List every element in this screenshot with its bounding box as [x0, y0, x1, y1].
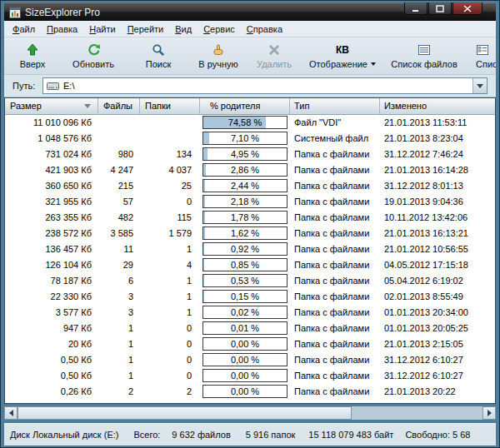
cell-folders: 4 037 [140, 162, 200, 178]
cell-folders [140, 131, 200, 147]
cell-percent: 1,62 % [200, 226, 290, 241]
scroll-right-button[interactable] [482, 406, 496, 420]
scroll-left-button[interactable] [4, 406, 18, 420]
manual-button[interactable]: В ручную [191, 39, 246, 72]
column-header-files[interactable]: Файлы [98, 98, 140, 115]
table-row[interactable]: 78 187 Кб610,53 %Папка с файлами05.04.20… [5, 273, 495, 289]
cell-files: 3 585 [98, 226, 140, 241]
table-row[interactable]: 1 048 576 Кб7,10 %Системный файл21.01.20… [5, 131, 495, 147]
close-button[interactable] [452, 2, 482, 15]
hand-icon [212, 43, 225, 57]
table-row[interactable]: 126 104 Кб2940,85 %Папка с файлами04.05.… [5, 257, 495, 273]
cell-type: Системный файл [290, 131, 380, 147]
cell-percent: 0,53 % [200, 273, 290, 289]
disk-label: Диск Локальный диск (E:) [10, 430, 118, 440]
maximize-icon [436, 5, 444, 12]
cell-folders: 0 [140, 368, 200, 384]
menu-bar: Файл Правка Найти Перейти Вид Сервис Спр… [4, 21, 496, 37]
column-header-folders[interactable]: Папки [140, 98, 200, 115]
table-row[interactable]: 136 457 Кб1110,92 %Папка с файлами21.01.… [5, 241, 495, 257]
percent-bar: 7,10 % [202, 132, 288, 145]
up-label: Вверх [20, 59, 46, 69]
scrollbar-thumb[interactable] [18, 406, 352, 420]
cell-size: 136 457 Кб [5, 241, 98, 257]
cell-type: Папка с файлами [290, 257, 380, 273]
cell-files: 482 [98, 210, 140, 226]
folder-list-button[interactable]: Список [466, 39, 496, 72]
cell-modified: 10.11.2012 13:42:06 [380, 210, 496, 226]
cell-folders: 1 [140, 305, 200, 321]
table-row[interactable]: 947 Кб100,01 %Папка с файлами01.01.2013 … [5, 321, 495, 336]
table-row[interactable]: 0,50 Кб100,00 %Папка с файлами31.12.2012… [5, 352, 495, 368]
column-header-size[interactable]: Размер [5, 98, 98, 115]
table-row[interactable]: 731 024 Кб9801344,95 %Папка с файлами31.… [5, 147, 495, 162]
cell-files [98, 131, 140, 147]
percent-bar: 0,00 % [202, 369, 288, 382]
cell-modified: 21.01.2013 2:15:05 [380, 336, 496, 352]
percent-bar: 0,85 % [202, 258, 288, 271]
table-header: Размер Файлы Папки % родителя Тип Измене… [5, 98, 495, 115]
minimize-button[interactable] [404, 2, 428, 15]
percent-bar: 0,53 % [202, 274, 288, 287]
cell-size: 1 048 576 Кб [5, 131, 98, 147]
table-row[interactable]: 22 330 Кб310,15 %Папка с файлами02.01.20… [5, 289, 495, 305]
cell-percent: 2,44 % [200, 178, 290, 194]
table-row[interactable]: 20 Кб100,00 %Папка с файлами21.01.2013 2… [5, 336, 495, 352]
column-header-type[interactable]: Тип [290, 98, 380, 115]
cell-files: 2 [98, 384, 140, 400]
cell-size: 11 010 096 Кб [5, 115, 98, 131]
path-combobox[interactable]: E:\ [42, 77, 488, 94]
menu-view[interactable]: Вид [169, 22, 198, 37]
table-row[interactable]: 3 577 Кб310,02 %Папка с файлами01.01.201… [5, 305, 495, 321]
menu-edit[interactable]: Правка [41, 22, 83, 37]
cell-files [98, 115, 140, 131]
percent-bar: 0,92 % [202, 242, 288, 256]
path-bar: Путь: E:\ [4, 75, 496, 97]
menu-help[interactable]: Справка [241, 22, 288, 37]
up-button[interactable]: Вверх [8, 39, 58, 72]
cell-modified: 21.01.2013 20:22 [380, 384, 496, 400]
table-row[interactable]: 238 572 Кб3 5851 5791,62 %Папка с файлам… [5, 226, 495, 241]
cell-percent: 0,00 % [200, 352, 290, 368]
cell-modified: 31.12.2012 8:01:13 [380, 178, 496, 194]
refresh-button[interactable]: Обновить [61, 39, 126, 72]
folder-list-label: Список [476, 59, 496, 69]
cell-files: 4 247 [98, 162, 140, 178]
search-label: Поиск [146, 59, 171, 69]
cell-type: Папка с файлами [290, 384, 380, 400]
maximize-button[interactable] [428, 2, 452, 15]
search-button[interactable]: Поиск [129, 39, 188, 72]
cell-percent: 0,01 % [200, 321, 290, 336]
path-label: Путь: [12, 81, 35, 91]
menu-go[interactable]: Перейти [122, 22, 170, 37]
table-row[interactable]: 11 010 096 Кб74,58 %Файл "VDI"21.01.2013… [5, 115, 495, 131]
delete-icon [268, 43, 281, 57]
arrow-left-icon [9, 410, 13, 416]
percent-bar: 0,02 % [202, 306, 288, 319]
cell-files: 1 [98, 368, 140, 384]
table-row[interactable]: 263 355 Кб4821151,78 %Папка с файлами10.… [5, 210, 495, 226]
table-row[interactable]: 0,50 Кб100,00 %Папка с файлами31.12.2012… [5, 368, 495, 384]
table-row[interactable]: 0,26 Кб220,00 %Папка с файлами21.01.2013… [5, 384, 495, 400]
table-row[interactable]: 321 955 Кб5702,18 %Папка с файлами19.01.… [5, 194, 495, 210]
display-units-button[interactable]: КВ Отображение [302, 39, 382, 72]
column-header-percent[interactable]: % родителя [200, 98, 290, 115]
cell-files: 57 [98, 194, 140, 210]
cell-modified: 21.01.2013 16:13:21 [380, 226, 496, 241]
window-title: SizeExplorer Pro [25, 7, 100, 18]
file-list-button[interactable]: Список файлов [386, 39, 462, 72]
cell-size: 421 903 Кб [5, 162, 98, 178]
table-row[interactable]: 360 650 Кб215252,44 %Папка с файлами31.1… [5, 178, 495, 194]
path-value: E:\ [63, 81, 74, 91]
horizontal-scrollbar[interactable] [4, 406, 496, 420]
percent-bar: 4,95 % [202, 147, 288, 161]
cell-files: 6 [98, 273, 140, 289]
column-header-modified[interactable]: Изменено [380, 98, 496, 115]
menu-file[interactable]: Файл [7, 22, 41, 37]
menu-find[interactable]: Найти [83, 22, 121, 37]
table-body: 11 010 096 Кб74,58 %Файл "VDI"21.01.2013… [5, 115, 495, 400]
table-row[interactable]: 421 903 Кб4 2474 0372,86 %Папка с файлам… [5, 162, 495, 178]
cell-type: Папка с файлами [290, 210, 380, 226]
menu-service[interactable]: Сервис [198, 22, 241, 37]
path-dropdown-button[interactable] [472, 78, 487, 93]
